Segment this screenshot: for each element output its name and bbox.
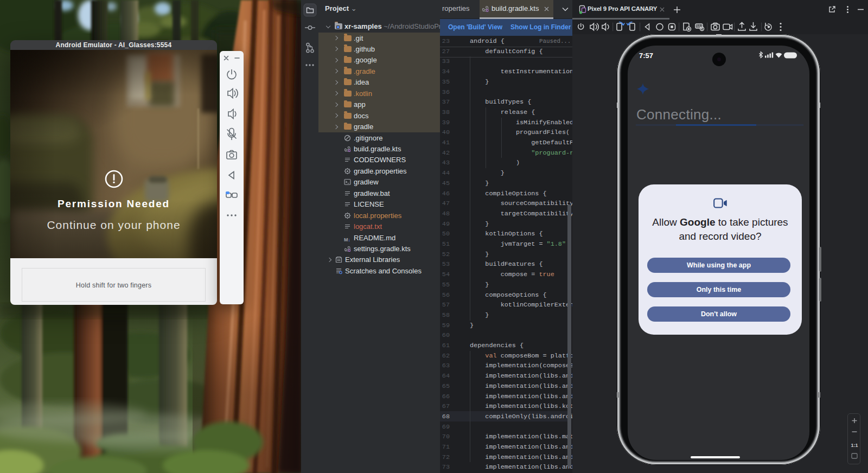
svg-text:1:1: 1:1 bbox=[851, 443, 858, 448]
